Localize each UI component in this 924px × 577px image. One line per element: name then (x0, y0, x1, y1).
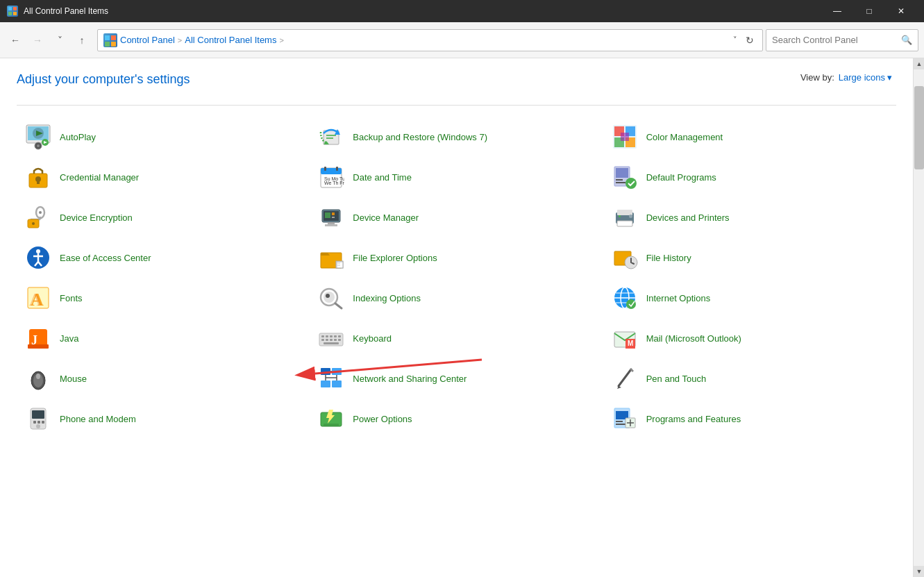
search-box[interactable]: 🔍 (766, 29, 918, 51)
dropdown-button[interactable]: ˅ (50, 31, 69, 50)
svg-text:We Th Fr: We Th Fr (324, 181, 344, 185)
internet-options-label: Internet Options (646, 293, 711, 303)
page-title: Adjust your computer's settings (17, 72, 190, 87)
up-button[interactable]: ↑ (72, 31, 92, 50)
svg-rect-18 (326, 135, 336, 136)
item-java[interactable]: J Java (17, 318, 310, 358)
item-backup-restore[interactable]: Backup and Restore (Windows 7) (310, 117, 603, 157)
maximize-button[interactable]: □ (853, 0, 885, 22)
item-network[interactable]: Network and Sharing Center (310, 358, 603, 399)
sep1: > (178, 36, 182, 44)
svg-rect-7 (111, 42, 116, 47)
svg-rect-85 (28, 344, 49, 349)
view-by-dropdown[interactable]: Large icons ▾ (839, 72, 892, 83)
search-input[interactable] (772, 35, 901, 45)
item-device-encryption[interactable]: Device Encryption (17, 197, 310, 237)
item-mail[interactable]: M Mail (Microsoft Outlook) (603, 318, 896, 358)
date-time-icon: Su Mo Tu We Th Fr (318, 164, 344, 190)
svg-rect-26 (621, 133, 629, 141)
svg-rect-0 (8, 7, 12, 10)
view-by-label: View by: (800, 72, 834, 83)
svg-point-46 (32, 222, 35, 225)
svg-rect-97 (324, 342, 339, 344)
item-fonts[interactable]: A A Fonts (17, 278, 310, 318)
keyboard-label: Keyboard (353, 333, 392, 344)
svg-rect-127 (616, 421, 623, 422)
backup-restore-label: Backup and Restore (Windows 7) (353, 132, 487, 142)
item-devices-printers[interactable]: Devices and Printers (603, 197, 896, 237)
network-label: Network and Sharing Center (353, 374, 467, 384)
scrollbar-thumb[interactable] (914, 86, 924, 169)
item-date-time[interactable]: Su Mo Tu We Th Fr Date and Time (310, 157, 603, 197)
svg-rect-37 (616, 168, 628, 178)
keyboard-icon (318, 325, 344, 351)
refresh-button[interactable]: ↻ (743, 32, 757, 49)
programs-label: Programs and Features (646, 414, 741, 424)
svg-rect-51 (332, 217, 335, 218)
item-default-programs[interactable]: Default Programs (603, 157, 896, 197)
svg-point-104 (36, 374, 40, 379)
mouse-icon (25, 365, 51, 392)
indexing-label: Indexing Options (353, 293, 421, 303)
content-area: Adjust your computer's settings View by:… (0, 58, 913, 577)
item-device-manager[interactable]: Device Manager (310, 197, 603, 237)
color-management-icon (612, 124, 638, 150)
svg-rect-120 (37, 421, 40, 424)
item-color-management[interactable]: Color Management (603, 117, 896, 157)
item-keyboard[interactable]: Keyboard (310, 318, 603, 358)
svg-rect-58 (629, 215, 632, 218)
item-internet-options[interactable]: Internet Options (603, 278, 896, 318)
svg-rect-4 (105, 35, 110, 40)
item-autoplay[interactable]: AutoPlay (17, 117, 310, 157)
minimize-button[interactable]: — (821, 0, 853, 22)
item-programs[interactable]: Programs and Features (603, 399, 896, 439)
scrollbar-track: ▲ ▼ (914, 58, 924, 577)
item-indexing[interactable]: Indexing Options (310, 278, 603, 318)
svg-point-60 (36, 249, 40, 253)
back-button[interactable]: ← (6, 31, 25, 50)
svg-rect-6 (105, 42, 110, 47)
date-time-label: Date and Time (353, 172, 412, 183)
svg-rect-105 (321, 368, 330, 375)
svg-rect-94 (330, 339, 333, 341)
pen-touch-icon (612, 365, 638, 392)
forward-button[interactable]: → (28, 31, 47, 50)
breadcrumb-control-panel[interactable]: Control Panel (120, 35, 175, 45)
power-label: Power Options (353, 414, 412, 424)
breadcrumb-all-items[interactable]: All Control Panel Items (185, 35, 276, 45)
indexing-icon (318, 285, 344, 311)
scrollbar-up-button[interactable]: ▲ (914, 58, 924, 69)
svg-rect-121 (42, 421, 44, 424)
file-explorer-icon (318, 244, 344, 271)
file-history-label: File History (646, 253, 691, 263)
item-phone-modem[interactable]: Phone and Modem (17, 399, 310, 439)
scrollbar-down-button[interactable]: ▼ (914, 566, 924, 577)
svg-rect-119 (33, 421, 36, 424)
address-dropdown-button[interactable]: ˅ (730, 34, 740, 46)
mouse-label: Mouse (60, 374, 87, 384)
autoplay-icon (25, 124, 51, 150)
svg-rect-38 (616, 179, 623, 181)
item-file-history[interactable]: File History (603, 237, 896, 278)
item-mouse[interactable]: Mouse (17, 358, 310, 399)
item-file-explorer[interactable]: File Explorer Options (310, 237, 603, 278)
svg-rect-92 (321, 339, 324, 341)
item-pen-touch[interactable]: Pen and Touch (603, 358, 896, 399)
svg-rect-1 (13, 7, 17, 10)
search-icon[interactable]: 🔍 (901, 35, 912, 45)
item-ease-access[interactable]: Ease of Access Center (17, 237, 310, 278)
file-explorer-label: File Explorer Options (353, 253, 437, 263)
scrollbar[interactable]: ▲ ▼ (913, 58, 924, 577)
svg-point-11 (37, 144, 40, 147)
window-title: All Control Panel Items (24, 6, 108, 16)
svg-rect-96 (338, 339, 341, 341)
fonts-icon: A A (25, 285, 51, 311)
close-button[interactable]: ✕ (885, 0, 917, 22)
address-bar[interactable]: Control Panel > All Control Panel Items … (97, 29, 763, 51)
titlebar: All Control Panel Items — □ ✕ (0, 0, 924, 22)
device-encryption-icon (25, 204, 51, 231)
item-power[interactable]: Power Options (310, 399, 603, 439)
svg-rect-107 (321, 381, 330, 387)
credential-manager-label: Credential Manager (60, 172, 139, 183)
item-credential-manager[interactable]: Credential Manager (17, 157, 310, 197)
